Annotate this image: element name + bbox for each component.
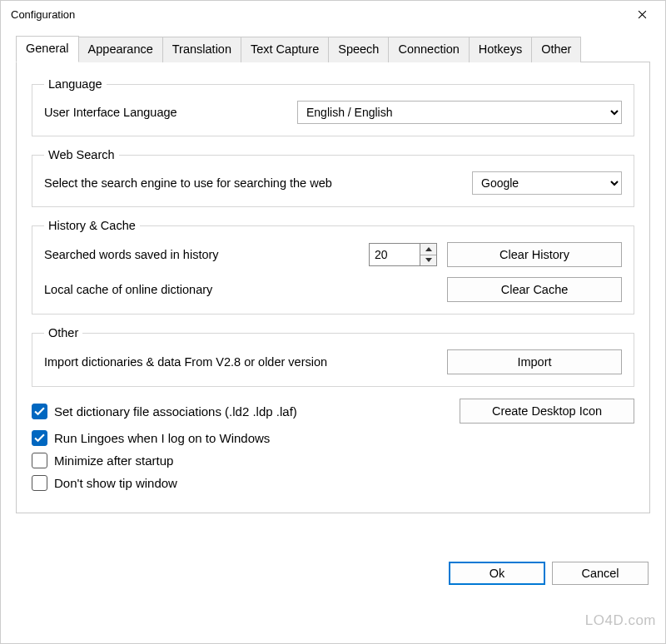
titlebar: Configuration: [1, 1, 665, 27]
tab-hotkeys[interactable]: Hotkeys: [469, 37, 532, 62]
spin-up-button[interactable]: [420, 244, 436, 255]
group-history-cache-legend: History & Cache: [44, 219, 140, 232]
ui-language-label: User Interface Language: [44, 106, 297, 119]
spin-down-button[interactable]: [420, 255, 436, 266]
no-tip-label: Don't show tip window: [54, 476, 177, 490]
import-button[interactable]: Import: [447, 349, 622, 374]
close-icon: [638, 10, 647, 19]
tab-text-capture[interactable]: Text Capture: [241, 37, 329, 62]
close-button[interactable]: [625, 2, 659, 26]
group-language-legend: Language: [44, 77, 107, 91]
tab-strip: General Appearance Translation Text Capt…: [16, 36, 650, 62]
run-on-logon-checkbox[interactable]: [32, 430, 47, 446]
group-web-search: Web Search Select the search engine to u…: [32, 148, 634, 207]
tab-translation[interactable]: Translation: [162, 37, 241, 62]
tab-connection[interactable]: Connection: [388, 37, 469, 62]
group-other-legend: Other: [44, 326, 82, 339]
dialog-buttons: Ok Cancel: [16, 562, 650, 585]
tab-general[interactable]: General: [16, 36, 79, 62]
group-web-search-legend: Web Search: [44, 148, 119, 161]
history-count-label: Searched words saved in history: [44, 248, 369, 261]
create-desktop-icon-button[interactable]: Create Desktop Icon: [460, 399, 634, 424]
clear-history-button[interactable]: Clear History: [447, 242, 622, 267]
run-on-logon-label: Run Lingoes when I log on to Windows: [54, 431, 270, 445]
chevron-up-icon: [425, 247, 432, 251]
tab-panel-general: Language User Interface Language English…: [16, 62, 650, 513]
search-engine-label: Select the search engine to use for sear…: [44, 176, 472, 190]
ui-language-select[interactable]: English / English: [297, 101, 622, 124]
minimize-checkbox[interactable]: [32, 453, 47, 468]
ok-button[interactable]: Ok: [449, 562, 545, 585]
history-count-input[interactable]: [369, 243, 420, 266]
tab-appearance[interactable]: Appearance: [78, 37, 163, 62]
watermark: LO4D.com: [585, 612, 656, 629]
window-title: Configuration: [11, 8, 75, 21]
group-language: Language User Interface Language English…: [32, 77, 634, 136]
tab-speech[interactable]: Speech: [328, 37, 389, 62]
clear-cache-button[interactable]: Clear Cache: [447, 277, 622, 302]
file-assoc-label: Set dictionary file associations (.ld2 .…: [54, 404, 297, 419]
tab-other[interactable]: Other: [531, 37, 581, 62]
cancel-button[interactable]: Cancel: [552, 562, 649, 585]
history-count-stepper[interactable]: [369, 243, 437, 266]
cache-label: Local cache of online dictionary: [44, 283, 447, 296]
group-other: Other Import dictionaries & data From V2…: [32, 326, 634, 387]
file-assoc-checkbox[interactable]: [32, 404, 47, 419]
config-window: Configuration General Appearance Transla…: [0, 0, 666, 644]
check-icon: [34, 407, 45, 416]
check-icon: [34, 433, 45, 443]
minimize-label: Minimize after startup: [54, 453, 173, 468]
group-history-cache: History & Cache Searched words saved in …: [32, 219, 634, 315]
checks-block: Set dictionary file associations (.ld2 .…: [32, 399, 634, 491]
import-label: Import dictionaries & data From V2.8 or …: [44, 355, 447, 369]
no-tip-checkbox[interactable]: [32, 475, 47, 491]
chevron-down-icon: [425, 258, 432, 262]
content-area: General Appearance Translation Text Capt…: [1, 27, 665, 600]
search-engine-select[interactable]: Google: [472, 171, 622, 195]
